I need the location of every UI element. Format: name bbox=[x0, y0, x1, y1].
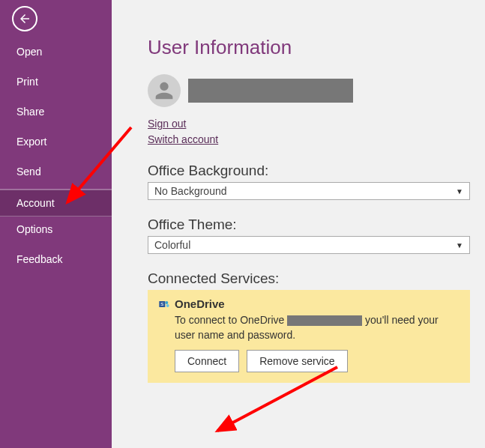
connect-button[interactable]: Connect bbox=[175, 350, 239, 372]
sidebar-item-label: Account bbox=[16, 197, 55, 209]
sign-out-link[interactable]: Sign out bbox=[148, 118, 186, 130]
sidebar-item-share[interactable]: Share bbox=[0, 99, 112, 124]
sidebar-item-print[interactable]: Print bbox=[0, 69, 112, 94]
user-name-redacted bbox=[188, 79, 353, 103]
svg-point-2 bbox=[165, 301, 168, 304]
connected-services-label: Connected Services: bbox=[148, 270, 470, 287]
service-title: OneDrive bbox=[175, 297, 225, 310]
office-background-label: Office Background: bbox=[148, 163, 470, 179]
dropdown-value: Colorful bbox=[154, 239, 190, 251]
back-button[interactable] bbox=[12, 6, 37, 31]
sidebar-item-label: Print bbox=[16, 76, 38, 88]
office-background-dropdown[interactable]: No Background ▼ bbox=[148, 182, 470, 200]
main-content: User Information Sign out Switch account… bbox=[112, 0, 485, 448]
sidebar-item-label: Send bbox=[16, 166, 41, 178]
office-theme-dropdown[interactable]: Colorful ▼ bbox=[148, 236, 470, 254]
sidebar-item-options[interactable]: Options bbox=[0, 217, 112, 242]
sidebar-item-feedback[interactable]: Feedback bbox=[0, 246, 112, 272]
caret-down-icon: ▼ bbox=[456, 187, 463, 196]
switch-account-link[interactable]: Switch account bbox=[148, 133, 218, 145]
person-icon bbox=[151, 78, 177, 103]
sidebar-item-send[interactable]: Send bbox=[0, 159, 112, 184]
sidebar-item-open[interactable]: Open bbox=[0, 39, 112, 64]
arrow-left-icon bbox=[18, 12, 31, 25]
caret-down-icon: ▼ bbox=[456, 241, 463, 249]
sidebar-item-export[interactable]: Export bbox=[0, 129, 112, 154]
sharepoint-icon: S bbox=[158, 298, 170, 310]
sidebar-item-label: Feedback bbox=[16, 253, 62, 265]
sidebar-item-label: Export bbox=[16, 136, 46, 148]
svg-point-3 bbox=[166, 304, 169, 307]
page-title: User Information bbox=[148, 36, 470, 59]
sidebar: Open Print Share Export Send Account Opt… bbox=[0, 0, 112, 448]
svg-text:S: S bbox=[160, 302, 163, 306]
sidebar-item-account[interactable]: Account bbox=[0, 190, 112, 217]
sidebar-item-label: Open bbox=[16, 46, 42, 58]
avatar bbox=[148, 74, 181, 107]
service-account-redacted bbox=[287, 315, 362, 326]
office-theme-label: Office Theme: bbox=[148, 217, 470, 233]
service-description: To connect to OneDrive you'll need your … bbox=[175, 313, 460, 342]
remove-service-button[interactable]: Remove service bbox=[247, 350, 347, 372]
sidebar-item-label: Options bbox=[16, 223, 52, 235]
connected-services-box: S OneDrive To connect to OneDrive you'll… bbox=[148, 290, 470, 383]
dropdown-value: No Background bbox=[154, 185, 227, 197]
sidebar-item-label: Share bbox=[16, 106, 44, 118]
